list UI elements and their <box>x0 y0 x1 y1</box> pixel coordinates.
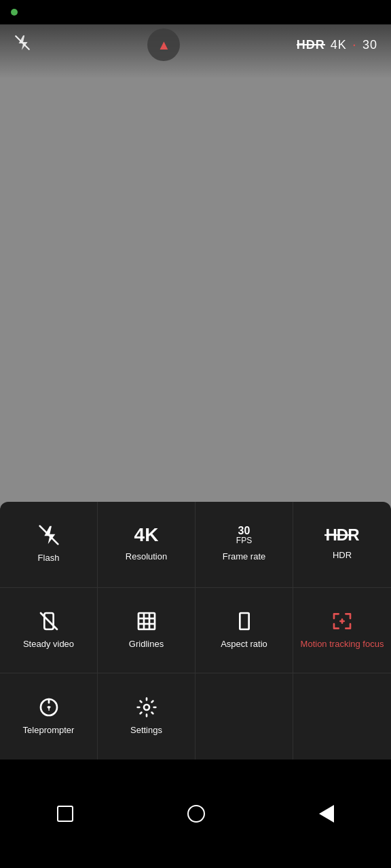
empty-cell-11 <box>196 673 293 760</box>
grid-icon <box>136 610 157 632</box>
steady-video-label: Steady video <box>23 639 74 650</box>
separator-dot: · <box>352 36 357 54</box>
svg-rect-8 <box>240 613 248 629</box>
fps-icon: 30 FPS <box>236 526 252 545</box>
settings-setting-cell[interactable]: Settings <box>98 673 196 760</box>
chevron-up-icon: ▲ <box>157 38 171 52</box>
teleprompter-icon: T <box>38 696 60 718</box>
gridlines-label: Gridlines <box>129 639 164 650</box>
framerate-label: Frame rate <box>223 551 266 563</box>
status-bar <box>0 0 391 24</box>
svg-line-2 <box>41 613 57 629</box>
aspect-ratio-label: Aspect ratio <box>221 639 267 650</box>
fps-status-label: 30 <box>362 38 377 52</box>
hdr-setting-cell[interactable]: HDR HDR <box>293 502 391 588</box>
settings-label: Settings <box>130 725 162 736</box>
teleprompter-label: Teleprompter <box>23 725 75 736</box>
steady-video-icon <box>38 610 60 632</box>
flash-toggle-button[interactable] <box>14 34 31 56</box>
navigation-bar <box>0 760 391 868</box>
home-icon <box>187 805 205 823</box>
back-button[interactable] <box>319 805 334 823</box>
svg-text:T: T <box>47 706 51 713</box>
motion-tracking-setting-cell[interactable]: Motion tracking focus <box>293 588 391 674</box>
home-button[interactable] <box>187 805 205 823</box>
green-dot-indicator <box>11 9 18 16</box>
flash-setting-cell[interactable]: Flash <box>0 502 98 588</box>
settings-panel: Flash 4K Resolution 30 FPS Frame rate HD… <box>0 502 391 760</box>
top-controls-bar: ▲ HDR 4K · 30 <box>0 24 391 65</box>
collapse-panel-button[interactable]: ▲ <box>147 28 180 61</box>
flash-off-icon <box>38 524 60 546</box>
recent-apps-button[interactable] <box>57 806 73 822</box>
motion-tracking-icon <box>331 610 353 632</box>
resolution-label: Resolution <box>126 551 167 563</box>
camera-info-bar: HDR 4K · 30 <box>297 36 377 54</box>
resolution-icon: 4K <box>134 526 159 545</box>
teleprompter-setting-cell[interactable]: T Teleprompter <box>0 673 98 760</box>
steady-video-setting-cell[interactable]: Steady video <box>0 588 98 674</box>
hdr-icon: HDR <box>326 527 359 543</box>
svg-rect-3 <box>138 613 155 629</box>
framerate-setting-cell[interactable]: 30 FPS Frame rate <box>196 502 293 588</box>
recent-apps-icon <box>57 806 73 822</box>
aspect-ratio-setting-cell[interactable]: Aspect ratio <box>196 588 293 674</box>
aspect-ratio-icon <box>234 610 255 632</box>
hdr-label: HDR <box>333 550 352 561</box>
resolution-status-label: 4K <box>331 38 347 52</box>
svg-point-15 <box>144 705 149 710</box>
back-icon <box>319 805 334 823</box>
resolution-setting-cell[interactable]: 4K Resolution <box>98 502 196 588</box>
motion-tracking-label: Motion tracking focus <box>301 639 384 650</box>
empty-cell-12 <box>293 673 391 760</box>
flash-label: Flash <box>38 553 60 564</box>
hdr-status-label: HDR <box>297 38 325 52</box>
gridlines-setting-cell[interactable]: Gridlines <box>98 588 196 674</box>
settings-gear-icon <box>136 696 157 718</box>
